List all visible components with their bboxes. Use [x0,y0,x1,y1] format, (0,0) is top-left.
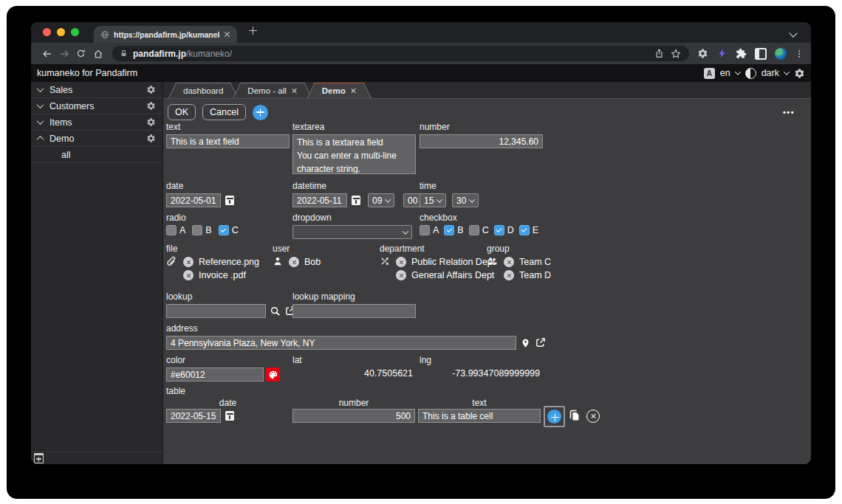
more-options-button[interactable]: ••• [783,108,795,117]
time-hour-select[interactable]: 15 [420,193,446,207]
customers-settings-gear-icon[interactable] [146,101,156,111]
sidebar-subitem-all[interactable]: all [31,147,162,163]
text-input[interactable] [166,134,290,148]
close-tab-icon[interactable] [224,31,230,38]
field-department: department Public Relation Dept General … [380,244,495,280]
table-header-text: text [418,398,541,408]
home-button[interactable] [89,45,106,62]
radio-option-a[interactable] [166,225,177,235]
close-doc-tab-icon[interactable] [351,88,357,94]
remove-group-icon[interactable] [504,257,514,267]
radio-option-b[interactable] [192,225,202,235]
dropdown-select[interactable] [292,225,412,239]
profile-avatar[interactable] [775,48,787,60]
extensions-puzzle-icon[interactable] [735,45,747,62]
language-chevron-icon[interactable] [734,69,740,75]
lookup-search-icon[interactable] [270,305,281,317]
forward-button[interactable] [55,45,72,62]
address-input[interactable] [166,336,516,350]
checkbox-option-a[interactable] [420,225,430,235]
checkbox-option-d[interactable] [494,225,504,235]
sidebar-item-label: Customers [49,101,94,111]
items-settings-gear-icon[interactable] [146,117,156,127]
field-label: user [273,244,321,254]
sidebar-item-items[interactable]: Items [31,114,162,131]
textarea-input[interactable]: This is a textarea field You can enter a… [292,134,416,174]
add-app-icon[interactable] [34,453,44,463]
color-picker-button[interactable] [266,367,280,382]
language-select-value[interactable]: en [720,68,730,78]
calendar-icon[interactable] [225,411,234,421]
radio-option-c[interactable] [219,225,229,235]
checkbox-option-c[interactable] [469,225,479,235]
demo-settings-gear-icon[interactable] [146,134,156,143]
extension-square-icon[interactable] [755,48,767,60]
map-pin-icon[interactable] [521,338,530,348]
group-chip: Team D [504,270,551,280]
theme-contrast-icon [745,68,756,79]
lookup-input[interactable] [166,304,266,318]
calendar-icon[interactable] [225,196,234,205]
sidebar-item-demo[interactable]: Demo [31,131,162,147]
tab-search-chevron-icon[interactable] [789,29,797,37]
time-minute-select[interactable]: 30 [452,193,479,207]
lookup-mapping-input[interactable] [292,304,416,318]
reload-button[interactable] [72,45,89,62]
delete-row-icon[interactable] [586,410,600,423]
ok-button[interactable]: OK [168,104,196,120]
browser-tab[interactable]: https://pandafirm.jp/kumaneko [94,26,237,43]
color-input[interactable] [166,367,264,382]
doc-tab-demo[interactable]: Demo [307,83,372,98]
remove-user-icon[interactable] [289,257,299,267]
cancel-button[interactable]: Cancel [202,104,246,120]
datetime-hour-select[interactable]: 09 [368,193,394,207]
map-open-icon[interactable] [535,337,546,348]
remove-file-icon[interactable] [183,270,194,280]
toolbar-extensions [696,45,804,62]
sidebar-item-customers[interactable]: Customers [31,98,162,114]
checkbox-option-b[interactable] [444,225,454,235]
datetime-date-input[interactable] [292,193,347,207]
zoom-window-button[interactable] [71,28,79,36]
close-doc-tab-icon[interactable] [292,88,298,94]
extension-gear-icon[interactable] [696,45,708,62]
calendar-icon[interactable] [352,196,360,205]
remove-file-icon[interactable] [183,257,194,267]
remove-department-icon[interactable] [396,257,406,267]
people-icon[interactable] [487,256,498,266]
table-text-input[interactable] [418,409,541,423]
lat-value: 40.7505621 [292,368,413,379]
person-icon[interactable] [273,256,283,266]
org-shuffle-icon[interactable] [380,256,390,266]
sales-settings-gear-icon[interactable] [146,85,156,94]
number-input[interactable] [420,134,543,148]
field-lookup-mapping: lookup mapping [292,291,416,318]
date-input[interactable] [166,193,221,207]
share-icon[interactable] [653,45,665,62]
field-label: group [487,244,551,254]
add-table-row-button[interactable] [544,406,565,427]
browser-menu-icon[interactable] [795,45,804,62]
new-tab-button[interactable] [249,24,257,38]
remove-group-icon[interactable] [504,270,514,280]
doc-tab-demo-all[interactable]: Demo - all [233,83,312,98]
address-bar[interactable]: pandafirm.jp/kumaneko/ [112,46,689,61]
duplicate-row-icon[interactable] [569,410,581,421]
doc-tab-dashboard[interactable]: dashboard [168,83,238,98]
back-button[interactable] [38,45,55,62]
app-settings-gear-icon[interactable] [794,68,805,79]
bookmark-star-icon[interactable] [670,45,682,62]
doc-tab-label: dashboard [183,86,223,95]
theme-select-value[interactable]: dark [761,68,779,78]
remove-department-icon[interactable] [396,270,406,280]
add-record-button[interactable] [253,105,268,120]
sidebar-item-sales[interactable]: Sales [31,82,162,98]
table-number-input[interactable] [292,409,415,423]
minimize-window-button[interactable] [57,28,65,36]
close-window-button[interactable] [43,28,51,36]
table-date-input[interactable] [166,409,221,423]
theme-chevron-icon[interactable] [784,69,790,75]
paperclip-icon[interactable] [166,256,177,267]
extension-bolt-icon[interactable] [716,45,727,62]
checkbox-option-e[interactable] [519,225,530,235]
